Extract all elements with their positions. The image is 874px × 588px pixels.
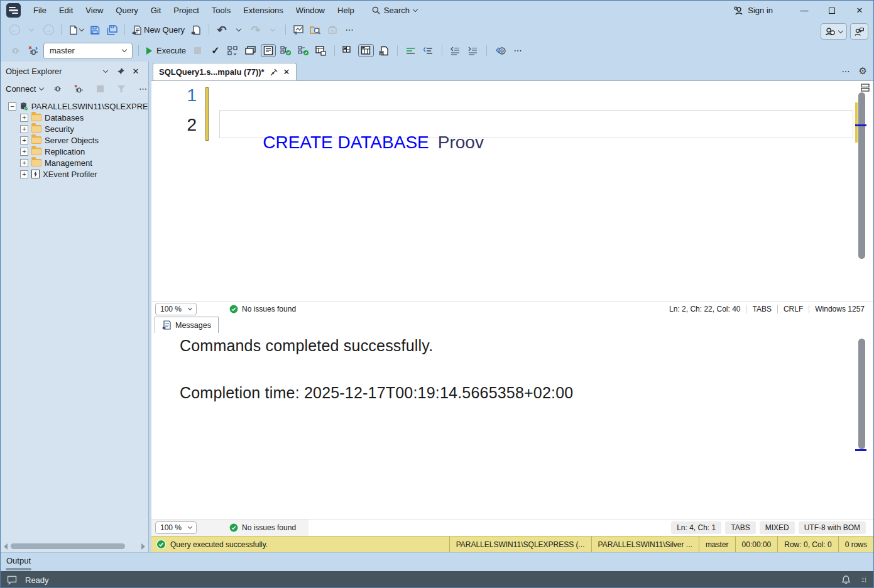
results-grid-toggle[interactable] (358, 44, 374, 57)
decrease-indent-button[interactable] (448, 43, 463, 58)
menu-help[interactable]: Help (331, 1, 361, 20)
messages-tab[interactable]: Messages (155, 317, 219, 333)
sign-in-button[interactable]: Sign in (734, 6, 773, 15)
increase-indent-button[interactable] (466, 43, 481, 58)
resize-grip[interactable] (861, 577, 867, 583)
connect-dropdown[interactable]: Connect (6, 84, 43, 94)
new-query-button[interactable]: New Query (130, 22, 187, 38)
menu-edit[interactable]: Edit (53, 1, 79, 20)
redo-chevron[interactable] (265, 22, 280, 38)
toolbar-overflow-button[interactable]: ⋯ (342, 22, 357, 38)
template-parameters-button[interactable] (493, 43, 508, 58)
redo-button[interactable]: ↷ (248, 22, 263, 38)
navigate-forward-button[interactable]: → (41, 22, 56, 38)
save-all-button[interactable] (104, 22, 119, 38)
expander-icon[interactable]: + (20, 125, 28, 133)
menu-window[interactable]: Window (290, 1, 331, 20)
menu-extensions[interactable]: Extensions (237, 1, 290, 20)
menu-query[interactable]: Query (109, 1, 144, 20)
navigate-back-chevron[interactable] (24, 22, 39, 38)
maximize-button[interactable] (818, 1, 846, 20)
expander-icon[interactable]: + (20, 148, 28, 156)
output-tab[interactable]: Output (6, 556, 31, 565)
object-explorer-pin-button[interactable] (113, 63, 128, 79)
messages-encoding[interactable]: UTF-8 with BOM (799, 521, 866, 534)
solution-explorer-button[interactable] (325, 22, 340, 38)
results-to-text-toggle[interactable] (261, 44, 276, 57)
settings-gear-icon[interactable]: ⚙ (859, 65, 867, 77)
object-explorer-hscrollbar[interactable] (1, 542, 148, 551)
change-connection-button[interactable] (26, 43, 41, 58)
tree-item-server-objects[interactable]: + Server Objects (1, 134, 148, 146)
uncomment-button[interactable] (421, 43, 436, 58)
editor-vscroll-thumb[interactable] (858, 92, 865, 259)
scroll-left-arrow-icon[interactable] (4, 543, 8, 550)
editor-line-ending[interactable]: CRLF (784, 305, 803, 313)
query-options-button[interactable] (243, 43, 258, 58)
messages-tabs-indicator[interactable]: TABS (725, 521, 755, 534)
menu-tools[interactable]: Tools (205, 1, 237, 20)
minimize-button[interactable]: — (790, 1, 818, 20)
query-tab[interactable]: SQLQuery1.s...mpalu (77))* ✕ (153, 63, 297, 80)
tree-item-databases[interactable]: + Databases (1, 112, 148, 123)
notifications-bell-icon[interactable] (841, 575, 851, 585)
oe-connect-server-button[interactable] (50, 81, 65, 97)
messages-caret-position[interactable]: Ln: 4, Ch: 1 (671, 521, 721, 534)
tab-close-icon[interactable]: ✕ (283, 67, 290, 77)
expander-icon[interactable]: + (20, 170, 28, 178)
messages-line-ending[interactable]: MIXED (760, 521, 795, 534)
messages-vscroll-thumb[interactable] (858, 339, 865, 449)
editor-issues-label[interactable]: No issues found (242, 305, 296, 313)
execute-button[interactable]: Execute (145, 43, 188, 58)
tree-item-security[interactable]: + Security (1, 123, 148, 134)
messages-issues-label[interactable]: No issues found (242, 523, 296, 532)
editor-caret-position[interactable]: Ln: 2, Ch: 22, Col: 40 (669, 305, 740, 313)
results-to-file-button[interactable] (376, 43, 391, 58)
connect-button[interactable] (8, 43, 23, 58)
editor-vscrollbar[interactable] (855, 82, 866, 300)
tree-item-replication[interactable]: + Replication (1, 146, 148, 157)
find-in-files-button[interactable] (308, 22, 323, 38)
accounts-button[interactable] (821, 23, 847, 40)
close-button[interactable]: ✕ (846, 1, 873, 20)
tab-pin-icon[interactable] (270, 68, 278, 76)
parse-button[interactable]: ✓ (208, 43, 223, 58)
undo-chevron[interactable] (231, 22, 246, 38)
editor-encoding[interactable]: Windows 1257 (815, 305, 865, 313)
sql-editor[interactable]: 1 2 CREATE DATABASEProov (151, 80, 873, 301)
expander-icon[interactable]: + (20, 136, 28, 144)
feedback-bubble-icon[interactable] (7, 575, 18, 585)
menu-view[interactable]: View (79, 1, 109, 20)
oe-filter-button[interactable] (114, 81, 129, 97)
tab-list-overflow-button[interactable]: ⋯ (842, 67, 850, 76)
menu-file[interactable]: File (27, 1, 53, 20)
live-query-stats-button[interactable] (278, 43, 293, 58)
object-explorer-close-button[interactable]: ✕ (128, 63, 143, 79)
server-expander-icon[interactable]: − (8, 102, 16, 111)
messages-zoom-dropdown[interactable]: 100 % (155, 521, 197, 534)
open-query-button[interactable] (188, 22, 204, 38)
estimated-plan-button[interactable] (226, 43, 241, 58)
messages-pane[interactable]: Commands completed successfully. Complet… (151, 334, 873, 519)
query-toolbar-overflow-button[interactable]: ⋯ (510, 43, 525, 58)
tree-server-node[interactable]: − PARALLELSWIN11\SQLEXPRESS (SQ (1, 101, 148, 112)
expander-icon[interactable]: + (20, 159, 28, 167)
menu-project[interactable]: Project (167, 1, 205, 20)
editor-tabs-indicator[interactable]: TABS (752, 305, 771, 313)
undo-button[interactable]: ↶ (214, 22, 229, 38)
feedback-button[interactable] (850, 23, 868, 40)
editor-zoom-dropdown[interactable]: 100 % (155, 303, 197, 315)
menu-git[interactable]: Git (145, 1, 168, 20)
search-control[interactable]: Search (372, 6, 417, 15)
oe-disconnect-button[interactable] (71, 81, 86, 97)
tree-item-xevent-profiler[interactable]: + XEvent Profiler (1, 168, 148, 180)
results-to-grid-select-button[interactable] (341, 43, 356, 58)
code-line-2[interactable]: CREATE DATABASEProov (224, 112, 484, 173)
new-project-button[interactable] (67, 22, 85, 38)
expander-icon[interactable]: + (20, 114, 28, 122)
oe-overflow-button[interactable]: ⋯ (135, 81, 150, 97)
activity-monitor-button[interactable] (291, 22, 306, 38)
object-explorer-menu-chevron[interactable] (98, 63, 113, 79)
hscroll-thumb[interactable] (11, 543, 125, 549)
results-pane-button[interactable] (314, 43, 329, 58)
